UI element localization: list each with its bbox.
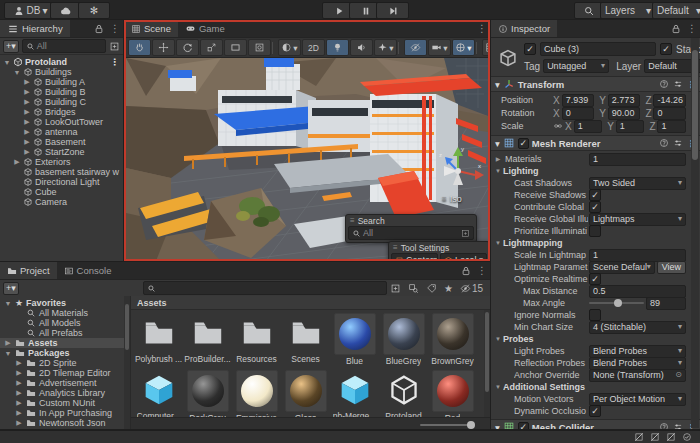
transform-scale-z-field[interactable]: 1: [657, 120, 686, 133]
static-checkbox[interactable]: ✓: [660, 43, 672, 55]
asset-blue[interactable]: Blue: [330, 313, 379, 368]
step-button[interactable]: [376, 2, 409, 19]
help-icon[interactable]: [659, 79, 669, 89]
transform-tool-button[interactable]: [248, 39, 271, 56]
foldout-icon[interactable]: ▶: [15, 379, 23, 387]
light-probes-dropdown[interactable]: Blend Probes▾: [589, 345, 686, 358]
foldout-icon[interactable]: ▶: [23, 148, 31, 156]
search-by-type-icon[interactable]: [408, 283, 419, 294]
assets-breadcrumb[interactable]: Assets: [131, 296, 490, 310]
ignore-normals-checkbox[interactable]: [589, 309, 601, 321]
foldout-icon[interactable]: ▶: [23, 118, 31, 126]
inspector-scrollbar[interactable]: [691, 38, 699, 428]
motion-vectors-dropdown[interactable]: Per Object Motion▾: [589, 393, 686, 406]
scrollbar-thumb[interactable]: [692, 50, 698, 160]
cast-shadows-dropdown[interactable]: Two Sided▾: [589, 177, 686, 190]
picker-icon[interactable]: [461, 229, 470, 238]
foldout-icon[interactable]: ▶: [4, 339, 12, 347]
scene-search-input[interactable]: All: [348, 226, 474, 240]
hierarchy-item-lookouttower[interactable]: ▶LookOutTower: [0, 117, 123, 127]
foldout-icon[interactable]: ▶: [15, 419, 23, 427]
transform-scale-x-field[interactable]: 1: [574, 120, 603, 133]
hierarchy-item-basement-stairway-w[interactable]: basement stairway w: [0, 167, 123, 177]
dynamic-occlusio-checkbox[interactable]: ✓: [589, 405, 601, 417]
optimize-realtime-checkbox[interactable]: ✓: [589, 273, 601, 285]
rotate-tool-button[interactable]: [176, 39, 199, 56]
max-angle-slider[interactable]: [589, 302, 644, 304]
min-chart-size-dropdown[interactable]: 4 (Stitchable)▾: [589, 321, 686, 334]
draw-mode-button[interactable]: ▾: [278, 39, 301, 56]
foldout-icon[interactable]: ▶: [13, 158, 21, 166]
view-button[interactable]: View: [657, 261, 686, 274]
slider-knob[interactable]: [467, 421, 475, 429]
tab-hierarchy[interactable]: Hierarchy: [0, 20, 70, 37]
gameobject-cube-icon[interactable]: [497, 42, 519, 73]
project-tree-item-favorites[interactable]: ▼★Favorites: [0, 298, 130, 308]
slider-knob[interactable]: [614, 299, 622, 307]
tab-game[interactable]: Game: [178, 20, 232, 37]
kebab-menu-icon[interactable]: ⋮: [110, 23, 120, 34]
project-tree-item-assets[interactable]: ▶Assets: [0, 338, 130, 348]
hierarchy-item-building-c[interactable]: ▶Building C: [0, 97, 123, 107]
asset-polybrush[interactable]: Polybrush ...: [134, 313, 183, 368]
hierarchy-item-basement[interactable]: ▶Basement: [0, 137, 123, 147]
foldout-icon[interactable]: ▼: [13, 69, 21, 76]
grid-snap-button[interactable]: ▾: [482, 39, 490, 56]
project-tree-item-advertisement[interactable]: ▶Advertisement: [0, 378, 130, 388]
tab-console[interactable]: Console: [57, 262, 119, 279]
contribute-global-checkbox[interactable]: ✓: [589, 201, 601, 213]
rect-tool-button[interactable]: [224, 39, 247, 56]
hierarchy-search-input[interactable]: All: [22, 39, 106, 53]
project-tree-item-packages[interactable]: ▼Packages: [0, 348, 130, 358]
transform-rotation-x-field[interactable]: 0: [562, 107, 595, 120]
background-tasks-icon[interactable]: [682, 432, 692, 442]
help-icon[interactable]: [659, 138, 669, 148]
layout-dropdown[interactable]: Default ▾: [652, 2, 700, 19]
scene-visibility-toggle-button[interactable]: [404, 39, 427, 56]
scene-picker-icon[interactable]: [109, 41, 120, 52]
project-tree-item-analytics-library[interactable]: ▶Analytics Library: [0, 388, 130, 398]
tab-scene[interactable]: Scene: [124, 20, 178, 37]
foldout-icon[interactable]: ▼: [3, 59, 11, 66]
hierarchy-item-antenna[interactable]: ▶antenna: [0, 127, 123, 137]
project-tree-item-2d-tilemap-editor[interactable]: ▶2D Tilemap Editor: [0, 368, 130, 378]
anchor-override-object-field[interactable]: None (Transform)⊙: [589, 369, 686, 382]
hierarchy-item-camera[interactable]: Camera: [0, 197, 123, 207]
collab-disabled-icon[interactable]: [666, 432, 676, 442]
foldout-icon[interactable]: ▼: [4, 300, 12, 307]
gameobject-enabled-checkbox[interactable]: ✓: [524, 43, 536, 55]
foldout-icon[interactable]: ▼: [4, 350, 12, 357]
assets-scrollbar[interactable]: [484, 310, 490, 418]
foldout-icon[interactable]: ▶: [494, 153, 502, 165]
mesh-collider-component-header[interactable]: ▾ ✓ Mesh Collider ⋮: [491, 419, 700, 429]
hidden-packages-toggle[interactable]: 15: [460, 283, 483, 294]
foldout-icon[interactable]: ▼: [494, 333, 502, 345]
project-tree-item-newtonsoft-json[interactable]: ▶Newtonsoft Json: [0, 418, 130, 428]
lock-icon[interactable]: [93, 23, 105, 35]
foldout-icon[interactable]: ▶: [15, 359, 23, 367]
scrollbar-thumb[interactable]: [125, 304, 129, 350]
asset-browngrey[interactable]: BrownGrey: [428, 313, 477, 368]
foldout-icon[interactable]: ▶: [15, 369, 23, 377]
mesh-renderer-enabled-checkbox[interactable]: ✓: [518, 138, 529, 149]
presets-icon[interactable]: [673, 79, 683, 89]
tab-project[interactable]: Project: [0, 262, 57, 279]
foldout-icon[interactable]: ▼: [494, 165, 502, 177]
foldout-icon[interactable]: ▶: [15, 399, 23, 407]
foldout-icon[interactable]: ▼: [494, 237, 502, 249]
asset-scenes[interactable]: Scenes: [281, 313, 330, 368]
search-by-label-icon[interactable]: [426, 283, 437, 294]
scene-camera-settings-button[interactable]: ▾: [428, 39, 451, 56]
hierarchy-item-building-a[interactable]: ▶Building A: [0, 77, 123, 87]
view-mode-overlay[interactable]: ≡ Iso: [442, 194, 462, 204]
project-tree-item-custom-nunit[interactable]: ▶Custom NUnit: [0, 398, 130, 408]
transform-position-x-field[interactable]: 7.939: [562, 94, 595, 107]
project-tree-item-all-materials[interactable]: All Materials: [0, 308, 130, 318]
transform-rotation-z-field[interactable]: 0: [653, 107, 686, 120]
account-button[interactable]: DB ▾: [4, 2, 56, 19]
hierarchy-item-buildings[interactable]: ▼Buildings: [0, 67, 123, 77]
foldout-icon[interactable]: ▼: [494, 381, 502, 393]
services-button[interactable]: ✻: [78, 2, 110, 19]
presets-icon[interactable]: [673, 422, 683, 429]
scrollbar-thumb[interactable]: [485, 312, 489, 392]
